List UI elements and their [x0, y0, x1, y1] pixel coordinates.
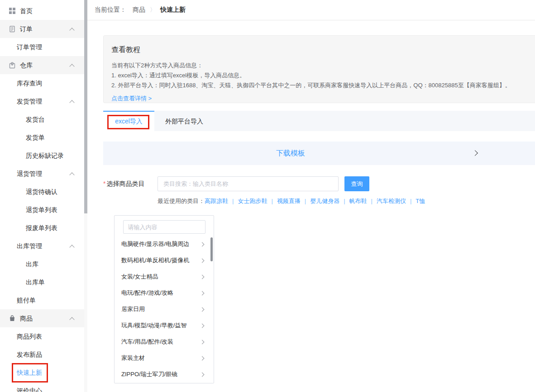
sidebar-item-label: 发货管理 [17, 98, 42, 105]
sidebar-item-20[interactable]: 快速上新 [0, 364, 84, 382]
sidebar-item-label: 退货待确认 [26, 188, 57, 195]
view-details-link[interactable]: 点击查看详情 > [111, 94, 152, 103]
sidebar-item-7[interactable]: 发货单 [0, 128, 84, 146]
search-button[interactable]: 查询 [344, 176, 369, 191]
category-list-item[interactable]: 居家日用 [115, 301, 214, 317]
category-list-item[interactable]: 玩具/模型/动漫/早教/益智 [115, 317, 214, 334]
chevron-right-icon [473, 151, 477, 155]
chevron-up-icon [70, 244, 74, 248]
sidebar-item-label: 首页 [20, 7, 33, 14]
sidebar-item-0[interactable]: 首页 [0, 2, 84, 20]
category-list-item[interactable]: 电脑硬件/显示器/电脑周边 [115, 236, 214, 252]
category-list-item[interactable]: 女装/女士精品 [115, 269, 214, 285]
sidebar-menu: 首页订单订单管理仓库库存查询发货管理发货台发货单历史标缺记录退货管理退货待确认退… [0, 0, 84, 392]
sidebar-item-label: 出库 [26, 260, 38, 268]
category-search-input[interactable] [158, 176, 339, 191]
sidebar-item-12[interactable]: 报废单列表 [0, 219, 84, 237]
chevron-right-icon [201, 243, 204, 246]
recent-link-separator: | [232, 198, 234, 204]
category-list-item[interactable]: 电玩/配件/游戏/攻略 [115, 285, 214, 301]
sidebar-item-5[interactable]: 发货管理 [0, 92, 84, 110]
category-list-item[interactable]: 数码相机/单反相机/摄像机 [115, 252, 214, 269]
chevron-up-icon [70, 63, 74, 67]
category-panel-search-input[interactable] [123, 220, 205, 234]
tutorial-lines: 当前有以下2种方式导入商品信息：1. excel导入：通过填写excel模板，导… [111, 61, 527, 90]
dashboard-icon [9, 7, 16, 14]
sidebar-item-label: 商品列表 [17, 333, 42, 340]
sidebar-item-19[interactable]: 发布新品 [0, 345, 84, 364]
import-tabs: excel导入外部平台导入 [103, 111, 535, 131]
page: 首页订单订单管理仓库库存查询发货管理发货台发货单历史标缺记录退货管理退货待确认退… [0, 0, 535, 392]
sidebar-item-14[interactable]: 出库 [0, 255, 84, 273]
warehouse-icon [9, 61, 16, 69]
sidebar-item-label: 退货单列表 [26, 206, 57, 213]
tab-label: 外部平台导入 [165, 118, 203, 126]
sidebar-item-17[interactable]: 商品 [0, 309, 84, 327]
category-item-label: ZIPPO/瑞士军刀/眼镜 [121, 370, 177, 378]
recent-category-link[interactable]: 视频直播 [277, 198, 301, 204]
category-panel-scrollbar-thumb[interactable] [210, 237, 213, 261]
breadcrumb-parent[interactable]: 商品 [133, 6, 145, 14]
tab-label: excel导入 [115, 118, 143, 126]
category-item-label: 玩具/模型/动漫/早教/益智 [121, 321, 186, 330]
sidebar-item-label: 出库单 [26, 279, 45, 286]
recent-category-link[interactable]: 女士跑步鞋 [238, 198, 267, 204]
category-list-item[interactable]: 家装主材 [115, 350, 214, 366]
download-template-banner[interactable]: 下载模板 [103, 142, 535, 165]
chevron-up-icon [70, 316, 74, 321]
chevron-right-icon [201, 308, 204, 311]
category-list-item[interactable]: ZIPPO/瑞士军刀/眼镜 [115, 366, 214, 383]
recent-category-link[interactable]: T恤 [416, 198, 425, 204]
sidebar-item-13[interactable]: 出库管理 [0, 237, 84, 255]
recent-category-link[interactable]: 汽车检测仪 [377, 198, 406, 204]
sidebar-item-4[interactable]: 库存查询 [0, 74, 84, 92]
sidebar-item-label: 发布新品 [17, 351, 42, 358]
sidebar-item-16[interactable]: 赔付单 [0, 291, 84, 309]
sidebar-item-18[interactable]: 商品列表 [0, 327, 84, 345]
sidebar-item-9[interactable]: 退货管理 [0, 165, 84, 183]
sidebar-item-label: 订单 [20, 25, 33, 33]
recent-link-separator: | [344, 198, 345, 204]
sidebar-item-label: 订单管理 [17, 43, 42, 51]
sidebar-item-10[interactable]: 退货待确认 [0, 183, 84, 201]
sidebar-item-1[interactable]: 订单 [0, 20, 84, 38]
sidebar-item-2[interactable]: 订单管理 [0, 38, 84, 56]
category-item-label: 电脑硬件/显示器/电脑周边 [121, 240, 189, 248]
sidebar-item-8[interactable]: 历史标缺记录 [0, 146, 84, 165]
recent-category-link[interactable]: 帆布鞋 [349, 198, 367, 204]
sidebar-scrollbar-thumb[interactable] [84, 0, 87, 213]
recent-category-link[interactable]: 高跟凉鞋 [205, 198, 228, 204]
sidebar-item-21[interactable]: 评价中心 [0, 382, 84, 392]
chevron-right-icon [201, 275, 204, 279]
sidebar-item-15[interactable]: 出库单 [0, 273, 84, 291]
sidebar-item-label: 报废单列表 [26, 224, 57, 231]
tutorial-card: 查看教程 当前有以下2种方式导入商品信息：1. excel导入：通过填写exce… [103, 35, 535, 103]
tutorial-line: 1. excel导入：通过填写excel模板，导入商品信息。 [111, 71, 527, 80]
chevron-right-icon [201, 373, 204, 376]
recent-category-link[interactable]: 婴儿健身器 [310, 198, 339, 204]
sidebar-item-label: 出库管理 [17, 242, 42, 250]
tutorial-line: 2. 外部平台导入：同时入驻1688、淘宝、天猫、执御四个平台其中之一的，可联系… [111, 80, 527, 90]
content: 查看教程 当前有以下2种方式导入商品信息：1. excel导入：通过填写exce… [87, 20, 535, 383]
sidebar-item-label: 历史标缺记录 [26, 152, 64, 159]
tab-external-platform-import[interactable]: 外部平台导入 [154, 111, 214, 131]
chevron-right-icon [201, 357, 204, 360]
sidebar-scrollbar[interactable] [84, 0, 87, 392]
chevron-right-icon [201, 324, 204, 327]
breadcrumb: 当前位置： 商品 〉 快速上新 [87, 0, 535, 20]
tutorial-title: 查看教程 [111, 45, 527, 55]
tab-excel-import[interactable]: excel导入 [103, 111, 154, 131]
sidebar-item-11[interactable]: 退货单列表 [0, 201, 84, 219]
sidebar-item-label: 商品 [20, 315, 33, 322]
sidebar-item-3[interactable]: 仓库 [0, 56, 84, 74]
recent-categories-row: 最近使用的类目： 高跟凉鞋|女士跑步鞋|视频直播|婴儿健身器|帆布鞋|汽车检测仪… [103, 197, 535, 205]
recent-link-separator: | [410, 198, 411, 204]
sidebar-item-label: 库存查询 [17, 80, 42, 87]
category-form-row: *选择商品类目 查询 [103, 176, 535, 191]
goods-icon [9, 315, 16, 322]
sidebar-item-label: 赔付单 [17, 297, 36, 304]
category-list-item[interactable]: 汽车/用品/配件/改装 [115, 334, 214, 350]
sidebar-item-6[interactable]: 发货台 [0, 110, 84, 128]
category-item-label: 数码相机/单反相机/摄像机 [121, 256, 189, 264]
order-icon [9, 25, 16, 33]
